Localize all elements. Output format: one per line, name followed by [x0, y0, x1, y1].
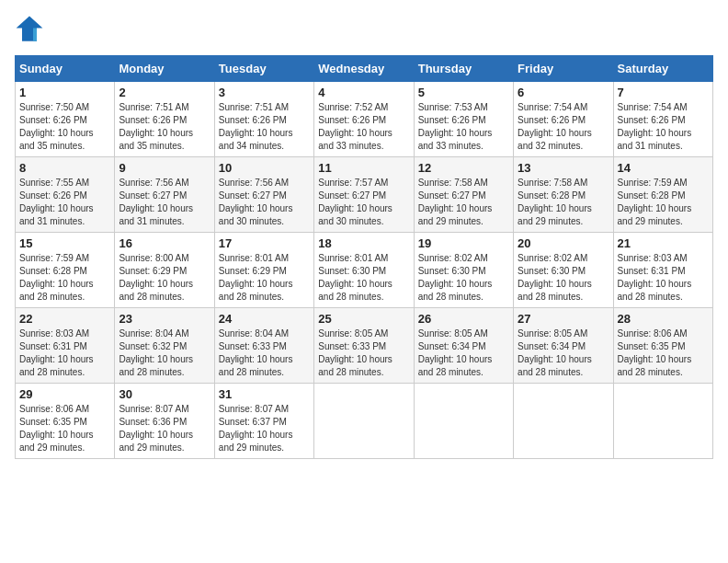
- day-info: Sunrise: 8:06 AM Sunset: 6:35 PM Dayligh…: [618, 327, 709, 379]
- day-number: 8: [19, 161, 110, 175]
- day-number: 7: [618, 86, 709, 99]
- day-info: Sunrise: 8:02 AM Sunset: 6:30 PM Dayligh…: [418, 252, 509, 304]
- day-info: Sunrise: 7:59 AM Sunset: 6:28 PM Dayligh…: [618, 177, 709, 228]
- calendar: SundayMondayTuesdayWednesdayThursdayFrid…: [15, 55, 713, 459]
- day-info: Sunrise: 7:57 AM Sunset: 6:27 PM Dayligh…: [318, 177, 409, 228]
- calendar-cell: [514, 384, 613, 459]
- day-info: Sunrise: 7:51 AM Sunset: 6:26 PM Dayligh…: [219, 101, 310, 153]
- calendar-cell: 23Sunrise: 8:04 AM Sunset: 6:32 PM Dayli…: [115, 308, 214, 384]
- calendar-cell: 20Sunrise: 8:02 AM Sunset: 6:30 PM Dayli…: [514, 233, 613, 308]
- day-number: 27: [518, 312, 609, 326]
- day-info: Sunrise: 7:53 AM Sunset: 6:26 PM Dayligh…: [418, 101, 509, 153]
- day-info: Sunrise: 8:05 AM Sunset: 6:34 PM Dayligh…: [418, 327, 509, 379]
- day-info: Sunrise: 8:04 AM Sunset: 6:32 PM Dayligh…: [119, 327, 210, 379]
- logo-icon: [15, 15, 44, 44]
- calendar-cell: 5Sunrise: 7:53 AM Sunset: 6:26 PM Daylig…: [414, 82, 513, 157]
- calendar-cell: 4Sunrise: 7:52 AM Sunset: 6:26 PM Daylig…: [314, 82, 414, 157]
- day-number: 20: [518, 236, 609, 250]
- calendar-cell: 18Sunrise: 8:01 AM Sunset: 6:30 PM Dayli…: [314, 233, 414, 308]
- calendar-cell: 21Sunrise: 8:03 AM Sunset: 6:31 PM Dayli…: [613, 233, 712, 308]
- calendar-cell: 9Sunrise: 7:56 AM Sunset: 6:27 PM Daylig…: [115, 157, 214, 233]
- day-number: 31: [219, 387, 310, 401]
- day-number: 24: [219, 312, 310, 326]
- calendar-cell: [314, 384, 414, 459]
- calendar-day-header: Friday: [514, 56, 613, 82]
- day-info: Sunrise: 8:06 AM Sunset: 6:35 PM Dayligh…: [19, 403, 110, 454]
- calendar-cell: 27Sunrise: 8:05 AM Sunset: 6:34 PM Dayli…: [514, 308, 613, 384]
- day-info: Sunrise: 8:03 AM Sunset: 6:31 PM Dayligh…: [19, 327, 110, 379]
- day-number: 9: [119, 161, 210, 175]
- day-info: Sunrise: 7:51 AM Sunset: 6:26 PM Dayligh…: [119, 101, 210, 153]
- day-number: 10: [219, 161, 310, 175]
- calendar-cell: 24Sunrise: 8:04 AM Sunset: 6:33 PM Dayli…: [214, 308, 313, 384]
- day-info: Sunrise: 8:01 AM Sunset: 6:29 PM Dayligh…: [219, 252, 310, 304]
- day-info: Sunrise: 7:54 AM Sunset: 6:26 PM Dayligh…: [618, 101, 709, 153]
- day-number: 14: [618, 161, 709, 175]
- calendar-cell: 29Sunrise: 8:06 AM Sunset: 6:35 PM Dayli…: [16, 384, 115, 459]
- calendar-day-header: Wednesday: [314, 56, 414, 82]
- day-info: Sunrise: 7:50 AM Sunset: 6:26 PM Dayligh…: [19, 101, 110, 153]
- day-number: 19: [418, 236, 509, 250]
- calendar-cell: 30Sunrise: 8:07 AM Sunset: 6:36 PM Dayli…: [115, 384, 214, 459]
- calendar-cell: 7Sunrise: 7:54 AM Sunset: 6:26 PM Daylig…: [613, 82, 712, 157]
- day-info: Sunrise: 7:52 AM Sunset: 6:26 PM Dayligh…: [318, 101, 409, 153]
- calendar-cell: 15Sunrise: 7:59 AM Sunset: 6:28 PM Dayli…: [16, 233, 115, 308]
- day-info: Sunrise: 7:59 AM Sunset: 6:28 PM Dayligh…: [19, 252, 110, 304]
- day-number: 21: [618, 236, 709, 250]
- calendar-cell: 16Sunrise: 8:00 AM Sunset: 6:29 PM Dayli…: [115, 233, 214, 308]
- calendar-cell: [613, 384, 712, 459]
- calendar-week-row: 22Sunrise: 8:03 AM Sunset: 6:31 PM Dayli…: [16, 308, 713, 384]
- calendar-cell: 6Sunrise: 7:54 AM Sunset: 6:26 PM Daylig…: [514, 82, 613, 157]
- calendar-week-row: 29Sunrise: 8:06 AM Sunset: 6:35 PM Dayli…: [16, 384, 713, 459]
- day-number: 29: [19, 387, 110, 401]
- calendar-day-header: Thursday: [414, 56, 513, 82]
- day-number: 23: [119, 312, 210, 326]
- calendar-day-header: Monday: [115, 56, 214, 82]
- calendar-week-row: 8Sunrise: 7:55 AM Sunset: 6:26 PM Daylig…: [16, 157, 713, 233]
- day-info: Sunrise: 8:04 AM Sunset: 6:33 PM Dayligh…: [219, 327, 310, 379]
- day-number: 12: [418, 161, 509, 175]
- calendar-cell: 28Sunrise: 8:06 AM Sunset: 6:35 PM Dayli…: [613, 308, 712, 384]
- calendar-cell: 11Sunrise: 7:57 AM Sunset: 6:27 PM Dayli…: [314, 157, 414, 233]
- day-number: 6: [518, 86, 609, 99]
- header: [15, 15, 713, 44]
- day-info: Sunrise: 8:03 AM Sunset: 6:31 PM Dayligh…: [618, 252, 709, 304]
- calendar-cell: 26Sunrise: 8:05 AM Sunset: 6:34 PM Dayli…: [414, 308, 513, 384]
- day-number: 11: [318, 161, 409, 175]
- day-number: 18: [318, 236, 409, 250]
- day-number: 28: [618, 312, 709, 326]
- calendar-header-row: SundayMondayTuesdayWednesdayThursdayFrid…: [16, 56, 713, 82]
- calendar-cell: 31Sunrise: 8:07 AM Sunset: 6:37 PM Dayli…: [214, 384, 313, 459]
- calendar-cell: 25Sunrise: 8:05 AM Sunset: 6:33 PM Dayli…: [314, 308, 414, 384]
- calendar-cell: 1Sunrise: 7:50 AM Sunset: 6:26 PM Daylig…: [16, 82, 115, 157]
- logo: [15, 15, 48, 44]
- day-info: Sunrise: 8:01 AM Sunset: 6:30 PM Dayligh…: [318, 252, 409, 304]
- day-number: 1: [19, 86, 110, 99]
- day-number: 17: [219, 236, 310, 250]
- day-info: Sunrise: 7:56 AM Sunset: 6:27 PM Dayligh…: [119, 177, 210, 228]
- day-info: Sunrise: 8:07 AM Sunset: 6:37 PM Dayligh…: [219, 403, 310, 454]
- calendar-cell: 13Sunrise: 7:58 AM Sunset: 6:28 PM Dayli…: [514, 157, 613, 233]
- day-number: 25: [318, 312, 409, 326]
- calendar-day-header: Saturday: [613, 56, 712, 82]
- calendar-day-header: Tuesday: [214, 56, 313, 82]
- day-info: Sunrise: 8:05 AM Sunset: 6:33 PM Dayligh…: [318, 327, 409, 379]
- calendar-day-header: Sunday: [16, 56, 115, 82]
- calendar-cell: 10Sunrise: 7:56 AM Sunset: 6:27 PM Dayli…: [214, 157, 313, 233]
- day-info: Sunrise: 7:54 AM Sunset: 6:26 PM Dayligh…: [518, 101, 609, 153]
- day-number: 30: [119, 387, 210, 401]
- calendar-cell: 8Sunrise: 7:55 AM Sunset: 6:26 PM Daylig…: [16, 157, 115, 233]
- day-number: 26: [418, 312, 509, 326]
- day-number: 22: [19, 312, 110, 326]
- calendar-cell: 19Sunrise: 8:02 AM Sunset: 6:30 PM Dayli…: [414, 233, 513, 308]
- day-info: Sunrise: 7:56 AM Sunset: 6:27 PM Dayligh…: [219, 177, 310, 228]
- svg-marker-0: [17, 17, 43, 41]
- calendar-cell: 17Sunrise: 8:01 AM Sunset: 6:29 PM Dayli…: [214, 233, 313, 308]
- calendar-cell: 3Sunrise: 7:51 AM Sunset: 6:26 PM Daylig…: [214, 82, 313, 157]
- calendar-cell: [414, 384, 513, 459]
- calendar-cell: 14Sunrise: 7:59 AM Sunset: 6:28 PM Dayli…: [613, 157, 712, 233]
- day-number: 4: [318, 86, 409, 99]
- calendar-cell: 22Sunrise: 8:03 AM Sunset: 6:31 PM Dayli…: [16, 308, 115, 384]
- day-number: 2: [119, 86, 210, 99]
- day-number: 15: [19, 236, 110, 250]
